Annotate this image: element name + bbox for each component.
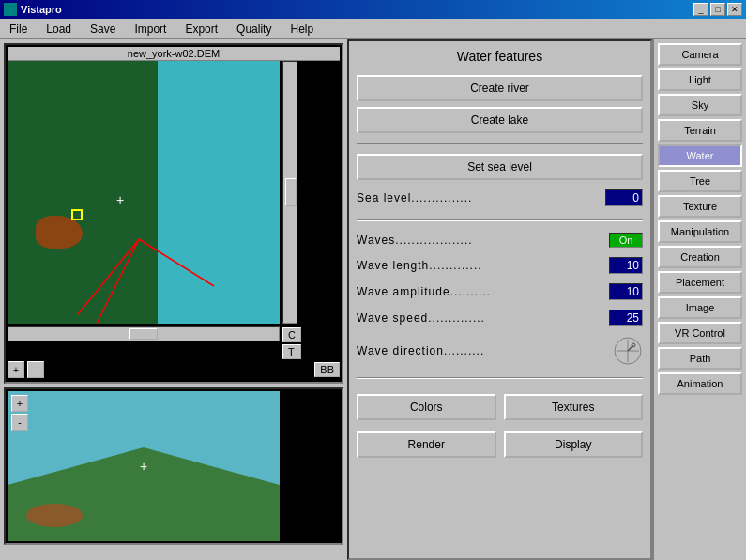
bottom-buttons-2: Render Display: [357, 431, 643, 458]
creation-button[interactable]: Creation: [658, 246, 742, 268]
close-button[interactable]: ✕: [727, 3, 742, 16]
bottom-buttons-1: Colors Textures: [357, 394, 643, 420]
map-t-button[interactable]: T: [282, 344, 301, 359]
maximize-button[interactable]: □: [710, 3, 725, 16]
map-container-3d: + + -: [4, 387, 343, 545]
app-icon: [4, 3, 17, 16]
wave-length-input[interactable]: 10: [609, 257, 643, 274]
placement-button[interactable]: Placement: [658, 271, 742, 294]
wave-direction-row: Wave direction..........: [357, 336, 643, 366]
minimize-button[interactable]: _: [693, 3, 708, 16]
scrollbar-thumb-h[interactable]: [129, 328, 158, 340]
create-river-button[interactable]: Create river: [357, 75, 643, 101]
water-button[interactable]: Water: [658, 144, 742, 167]
right-panel: Camera Light Sky Terrain Water Tree Text…: [652, 39, 746, 560]
menu-help[interactable]: Help: [284, 21, 319, 38]
sky-button[interactable]: Sky: [658, 94, 742, 116]
zoom-out-button[interactable]: -: [27, 361, 44, 378]
island-3d: [26, 504, 83, 527]
crosshair-3d: +: [140, 459, 147, 474]
colors-button[interactable]: Colors: [357, 394, 496, 420]
wave-amplitude-row: Wave amplitude.......... 10: [357, 283, 643, 300]
land-area: [8, 61, 162, 324]
app-title: Vistapro: [21, 4, 62, 15]
menu-import[interactable]: Import: [129, 21, 172, 38]
textures-button[interactable]: Textures: [504, 394, 644, 420]
wave-speed-input[interactable]: 25: [609, 310, 643, 326]
terrain-button[interactable]: Terrain: [658, 119, 742, 142]
menu-file[interactable]: File: [4, 21, 33, 38]
waves-label: Waves...................: [357, 234, 605, 247]
scrollbar-horizontal-top[interactable]: [8, 326, 280, 341]
wave-amplitude-label: Wave amplitude..........: [357, 285, 605, 298]
sky-3d: [8, 391, 280, 447]
menu-bar: File Load Save Import Export Quality Hel…: [0, 19, 746, 39]
wave-speed-row: Wave speed.............. 25: [357, 310, 643, 326]
crosshair: +: [116, 192, 126, 202]
wave-direction-label: Wave direction..........: [357, 344, 609, 357]
zoom-out-3d[interactable]: -: [11, 414, 28, 431]
image-button[interactable]: Image: [658, 296, 742, 319]
left-panel: new_york-w02.DEM +: [0, 39, 347, 560]
set-sea-level-button[interactable]: Set sea level: [357, 154, 643, 180]
island: [36, 216, 83, 249]
sea-level-row: Sea level............... 0: [357, 189, 643, 206]
camera-button[interactable]: Camera: [658, 43, 742, 66]
compass-dial[interactable]: [613, 336, 643, 366]
texture-button[interactable]: Texture: [658, 195, 742, 218]
manipulation-button[interactable]: Manipulation: [658, 220, 742, 243]
waves-toggle[interactable]: On: [609, 233, 643, 248]
bb-button[interactable]: BB: [314, 362, 340, 377]
divider-3: [357, 377, 643, 379]
scrollbar-vertical-top[interactable]: [282, 61, 297, 324]
map-title: new_york-w02.DEM: [8, 47, 340, 61]
map-c-button[interactable]: C: [282, 327, 301, 342]
menu-export[interactable]: Export: [179, 21, 223, 38]
title-bar: Vistapro _ □ ✕: [0, 0, 746, 19]
menu-save[interactable]: Save: [84, 21, 121, 38]
wave-length-row: Wave length............. 10: [357, 257, 643, 274]
main-content: new_york-w02.DEM +: [0, 39, 746, 560]
title-bar-left: Vistapro: [4, 3, 62, 16]
panel-title: Water features: [357, 49, 643, 64]
sea-level-label: Sea level...............: [357, 191, 601, 204]
zoom-in-3d[interactable]: +: [11, 395, 28, 412]
wave-speed-label: Wave speed..............: [357, 311, 605, 325]
wave-length-label: Wave length.............: [357, 259, 605, 272]
water-panel: Water features Create river Create lake …: [347, 39, 652, 560]
display-button[interactable]: Display: [504, 431, 644, 458]
menu-load[interactable]: Load: [40, 21, 77, 38]
map-container-top: new_york-w02.DEM +: [4, 43, 343, 384]
divider-1: [357, 143, 643, 144]
path-button[interactable]: Path: [658, 347, 742, 370]
menu-quality[interactable]: Quality: [231, 21, 277, 38]
animation-button[interactable]: Animation: [658, 372, 742, 395]
zoom-in-button[interactable]: +: [8, 361, 24, 378]
light-button[interactable]: Light: [658, 68, 742, 91]
vr-control-button[interactable]: VR Control: [658, 322, 742, 344]
tree-button[interactable]: Tree: [658, 170, 742, 192]
map-view-3d[interactable]: + + -: [8, 391, 280, 541]
render-button[interactable]: Render: [357, 431, 496, 458]
create-lake-button[interactable]: Create lake: [357, 107, 643, 133]
sea-level-input[interactable]: 0: [605, 189, 643, 206]
waves-row: Waves................... On: [357, 233, 643, 248]
wave-amplitude-input[interactable]: 10: [609, 283, 643, 300]
divider-2: [357, 219, 643, 221]
water-area: [158, 61, 280, 324]
map-selection-rect: [71, 209, 83, 220]
title-bar-buttons: _ □ ✕: [693, 3, 742, 16]
scrollbar-thumb-v[interactable]: [285, 178, 297, 206]
map-view-top[interactable]: +: [8, 61, 280, 324]
